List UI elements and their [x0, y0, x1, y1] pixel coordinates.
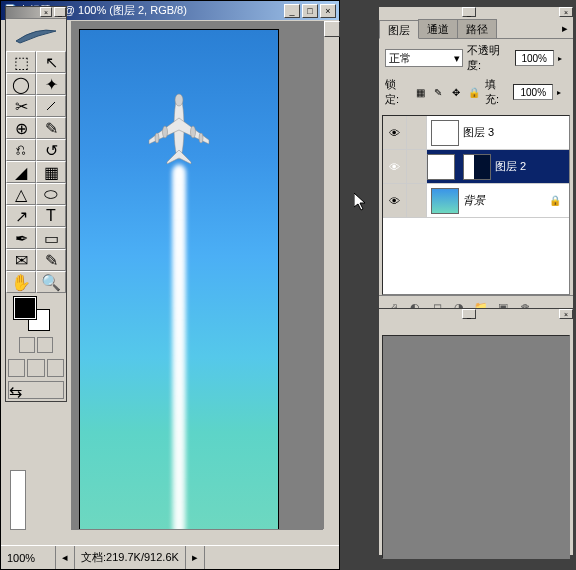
layer-name[interactable]: 背景	[463, 193, 485, 208]
blur-tool[interactable]: △	[6, 183, 36, 205]
tab-channels[interactable]: 通道	[418, 19, 458, 38]
tab-paths[interactable]: 路径	[457, 19, 497, 38]
layer-thumbnail[interactable]	[431, 188, 459, 214]
layers-list: 👁 图层 3 👁 图层 2 👁 背景 🔒	[382, 115, 570, 295]
eraser-tool[interactable]: ◢	[6, 161, 36, 183]
eyedropper-tool[interactable]: ✎	[36, 249, 66, 271]
svg-point-2	[191, 126, 196, 138]
layer-row[interactable]: 👁 图层 2	[383, 150, 569, 184]
lock-position-button[interactable]: ✥	[449, 85, 463, 99]
maximize-button[interactable]: □	[302, 4, 318, 18]
navigator-panel: _ ×	[378, 308, 574, 556]
layer-name[interactable]: 图层 3	[463, 125, 494, 140]
statusbar: 100% ◂ 文档:219.7K/912.6K ▸	[1, 545, 339, 569]
lock-pixels-button[interactable]: ✎	[431, 85, 445, 99]
wand-tool[interactable]: ✦	[36, 73, 66, 95]
artwork-sky	[80, 30, 278, 533]
toolbox-minimize-button[interactable]: _	[54, 7, 66, 17]
panel-header[interactable]: _ ×	[379, 7, 573, 19]
lasso-tool[interactable]: ◯	[6, 73, 36, 95]
canvas-area[interactable]	[71, 21, 323, 529]
move-tool[interactable]: ↖	[36, 51, 66, 73]
layers-panel: _ × 图层 通道 路径 ▸ 正常 不透明度: 100% ▸ 锁定: ▦ ✎ ✥…	[378, 6, 574, 320]
horizontal-scrollbar[interactable]	[71, 529, 323, 545]
layer-name[interactable]: 图层 2	[495, 159, 526, 174]
scroll-up-button[interactable]	[324, 21, 340, 37]
screen-mode-2-button[interactable]	[27, 359, 44, 377]
opacity-input[interactable]: 100%	[515, 50, 554, 66]
blend-mode-select[interactable]: 正常	[385, 49, 463, 67]
panel-minimize-button[interactable]: _	[462, 7, 476, 17]
dodge-tool[interactable]: ⬭	[36, 183, 66, 205]
panel-close-button[interactable]: ×	[559, 7, 573, 17]
layer-row[interactable]: 👁 背景 🔒	[383, 184, 569, 218]
visibility-toggle[interactable]: 👁	[383, 184, 407, 217]
doc-info[interactable]: 文档:219.7K/912.6K	[75, 546, 186, 569]
fill-arrow-button[interactable]: ▸	[557, 88, 567, 97]
jump-to-button[interactable]: ⇆	[8, 381, 64, 399]
lock-transparency-button[interactable]: ▦	[413, 85, 427, 99]
path-tool[interactable]: ↗	[6, 205, 36, 227]
nav-panel-header[interactable]: _ ×	[379, 309, 573, 321]
layer-mask-thumbnail[interactable]	[427, 154, 455, 180]
toolbox-header[interactable]: _ ×	[6, 7, 66, 19]
info-arrow-button[interactable]: ▸	[186, 546, 205, 569]
link-toggle[interactable]	[407, 116, 427, 149]
svg-point-1	[163, 126, 168, 138]
svg-point-5	[175, 94, 183, 106]
crop-tool[interactable]: ✂	[6, 95, 36, 117]
opacity-arrow-button[interactable]: ▸	[558, 54, 567, 63]
nav-close-button[interactable]: ×	[559, 309, 573, 319]
type-tool[interactable]: T	[36, 205, 66, 227]
vertical-scrollbar[interactable]	[323, 21, 339, 529]
zoom-tool[interactable]: 🔍	[36, 271, 66, 293]
foreground-color-swatch[interactable]	[14, 297, 36, 319]
visibility-toggle[interactable]: 👁	[383, 116, 407, 149]
screen-mode-3-button[interactable]	[47, 359, 64, 377]
standard-mode-button[interactable]	[19, 337, 35, 353]
heal-tool[interactable]: ⊕	[6, 117, 36, 139]
tool-grid: ⬚ ↖ ◯ ✦ ✂ ⟋ ⊕ ✎ ⎌ ↺ ◢ ▦ △ ⬭ ↗ T ✒ ▭ ✉ ✎ …	[6, 51, 66, 293]
notes-tool[interactable]: ✉	[6, 249, 36, 271]
canvas[interactable]	[79, 29, 279, 534]
fill-input[interactable]: 100%	[513, 84, 553, 100]
navigator-body[interactable]	[382, 335, 570, 559]
color-swatches[interactable]	[6, 293, 66, 333]
stamp-tool[interactable]: ⎌	[6, 139, 36, 161]
lock-icon: 🔒	[549, 195, 561, 206]
layer-row[interactable]: 👁 图层 3	[383, 116, 569, 150]
brush-tool[interactable]: ✎	[36, 117, 66, 139]
panel-menu-button[interactable]: ▸	[557, 19, 573, 38]
scroll-left-button[interactable]: ◂	[56, 546, 75, 569]
quickmask-mode-button[interactable]	[37, 337, 53, 353]
gradient-tool[interactable]: ▦	[36, 161, 66, 183]
tab-layers[interactable]: 图层	[379, 20, 419, 39]
layer-thumbnail[interactable]	[463, 154, 491, 180]
toolbox: _ × ⬚ ↖ ◯ ✦ ✂ ⟋ ⊕ ✎ ⎌ ↺ ◢ ▦ △ ⬭ ↗ T ✒ ▭ …	[5, 6, 67, 402]
visibility-toggle[interactable]: 👁	[383, 150, 407, 183]
screen-mode-row	[6, 357, 66, 379]
minimize-button[interactable]: _	[284, 4, 300, 18]
marquee-tool[interactable]: ⬚	[6, 51, 36, 73]
close-button[interactable]: ×	[320, 4, 336, 18]
zoom-field[interactable]: 100%	[1, 546, 56, 569]
artwork-plane	[147, 90, 211, 164]
hand-tool[interactable]: ✋	[6, 271, 36, 293]
link-toggle[interactable]	[407, 184, 427, 217]
slice-tool[interactable]: ⟋	[36, 95, 66, 117]
lock-all-button[interactable]: 🔒	[467, 85, 481, 99]
pen-tool[interactable]: ✒	[6, 227, 36, 249]
lock-label: 锁定:	[385, 77, 409, 107]
layer-thumbnail[interactable]	[431, 120, 459, 146]
opacity-label: 不透明度:	[467, 43, 511, 73]
jump-row: ⇆	[6, 379, 66, 401]
shape-tool[interactable]: ▭	[36, 227, 66, 249]
nav-minimize-button[interactable]: _	[462, 309, 476, 319]
history-brush-tool[interactable]: ↺	[36, 139, 66, 161]
artwork-contrail	[172, 165, 186, 534]
toolbox-close-button[interactable]: ×	[40, 7, 52, 17]
panel-tabs: 图层 通道 路径 ▸	[379, 19, 573, 39]
cursor-icon	[354, 193, 370, 217]
link-toggle[interactable]	[407, 150, 427, 183]
screen-mode-1-button[interactable]	[8, 359, 25, 377]
